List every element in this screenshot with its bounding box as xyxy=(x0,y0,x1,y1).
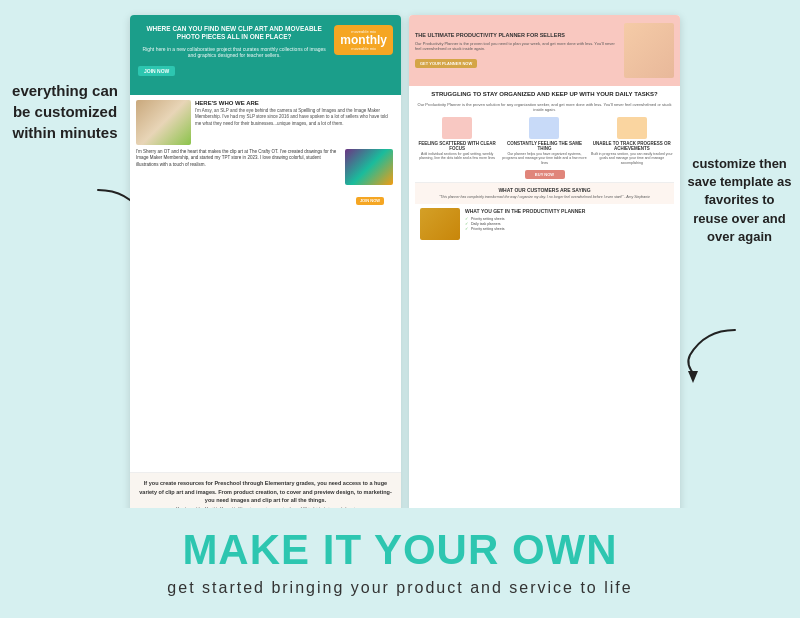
list-item-1: Priority setting sheets xyxy=(465,217,669,221)
email-right-mockup: THE ULTIMATE PRODUCTIVITY PLANNER FOR SE… xyxy=(409,15,680,518)
who-we-are-body: I'm Ansy, an SLP and the eye behind the … xyxy=(195,108,395,127)
feature-title-3: UNABLE TO TRACK PROGRESS OR ACHIEVEMENTS xyxy=(590,141,674,152)
monthly-text: I'm Sherry an OT and the heart that make… xyxy=(136,149,341,168)
stay-organized-subheading: Our Productivity Planner is the proven s… xyxy=(415,102,674,113)
feature-title-2: CONSTANTLY FEELING THE SAME THING xyxy=(502,141,586,152)
what-you-get-text: WHAT YOU GET IN THE PRODUCTIVITY PLANNER… xyxy=(465,208,669,232)
stay-organized-heading: STRUGGLING TO STAY ORGANIZED AND KEEP UP… xyxy=(415,91,674,99)
email-left-mockup: moveable mix monthly moveable mix WHERE … xyxy=(130,15,401,518)
feature-icon-3 xyxy=(617,117,647,139)
what-you-get-title: WHAT YOU GET IN THE PRODUCTIVITY PLANNER xyxy=(465,208,669,215)
who-we-are-text: HERE'S WHO WE ARE I'm Ansy, an SLP and t… xyxy=(195,100,395,145)
email-right-header: THE ULTIMATE PRODUCTIVITY PLANNER FOR SE… xyxy=(409,15,680,86)
what-you-get-section: WHAT YOU GET IN THE PRODUCTIVITY PLANNER… xyxy=(415,204,674,244)
right-annotation-text: customize then save template as favorite… xyxy=(687,156,791,244)
footer-main-text: If you create resources for Preschool th… xyxy=(138,479,393,504)
testimonial-title: WHAT OUR CUSTOMERS ARE SAYING xyxy=(420,187,669,193)
badge-big-label: monthly xyxy=(340,34,387,46)
monthly-col-left: I'm Sherry an OT and the heart that make… xyxy=(136,149,341,206)
email-mockups-container: moveable mix monthly moveable mix WHERE … xyxy=(130,15,680,518)
planner-header-image xyxy=(624,23,674,78)
what-you-get-list: Priority setting sheets Daily task plann… xyxy=(465,217,669,231)
list-item-3: Priority setting sheets xyxy=(465,227,669,231)
feature-text-3: Built in progress section, you can easil… xyxy=(590,152,674,166)
monthly-image xyxy=(345,149,393,185)
monthly-row: I'm Sherry an OT and the heart that make… xyxy=(136,149,395,206)
feature-item-2: CONSTANTLY FEELING THE SAME THING Our pl… xyxy=(502,117,586,165)
what-you-get-image xyxy=(420,208,460,240)
svg-marker-1 xyxy=(688,371,698,383)
email-left-header: moveable mix monthly moveable mix WHERE … xyxy=(130,15,401,95)
feature-item-3: UNABLE TO TRACK PROGRESS OR ACHIEVEMENTS… xyxy=(590,117,674,165)
email-right-body: STRUGGLING TO STAY ORGANIZED AND KEEP UP… xyxy=(409,86,680,518)
feature-text-2: Our planner helps you have organized sys… xyxy=(502,152,586,166)
right-annotation: customize then save template as favorite… xyxy=(687,155,792,246)
features-row: FEELING SCATTERED WITH CLEAR FOCUS Add i… xyxy=(415,117,674,165)
feature-item-1: FEELING SCATTERED WITH CLEAR FOCUS Add i… xyxy=(415,117,499,165)
sub-heading: get started bringing your product and se… xyxy=(167,579,632,597)
email-left-join-btn[interactable]: JOIN NOW xyxy=(138,66,175,76)
feature-text-1: Add individual sections for goal setting… xyxy=(415,152,499,161)
testimonial-section: WHAT OUR CUSTOMERS ARE SAYING "This plan… xyxy=(415,182,674,204)
email-left-body: HERE'S WHO WE ARE I'm Ansy, an SLP and t… xyxy=(130,95,401,472)
email-right-header-text: THE ULTIMATE PRODUCTIVITY PLANNER FOR SE… xyxy=(415,32,618,70)
planner-subtitle: Our Productivity Planner is the proven t… xyxy=(415,41,618,51)
who-we-are-heading: HERE'S WHO WE ARE xyxy=(195,100,395,106)
feature-title-1: FEELING SCATTERED WITH CLEAR FOCUS xyxy=(415,141,499,152)
planner-title: THE ULTIMATE PRODUCTIVITY PLANNER FOR SE… xyxy=(415,32,618,39)
bottom-section: MAKE IT YOUR OWN get started bringing yo… xyxy=(0,508,800,618)
feature-icon-2 xyxy=(529,117,559,139)
who-we-are-image xyxy=(136,100,191,145)
monthly-col-right: JOIN NOW xyxy=(345,149,395,206)
list-item-2: Daily task planners xyxy=(465,222,669,226)
testimonial-text: "This planner has completely transformed… xyxy=(420,195,669,200)
main-heading: MAKE IT YOUR OWN xyxy=(182,529,617,571)
left-annotation: everything can be customized within minu… xyxy=(10,80,120,143)
left-annotation-text: everything can be customized within minu… xyxy=(12,82,118,141)
feature-icon-1 xyxy=(442,117,472,139)
get-planner-btn[interactable]: GET YOUR PLANNER NOW xyxy=(415,59,477,68)
monthly-join-btn[interactable]: JOIN NOW xyxy=(356,197,384,205)
who-we-are-section: HERE'S WHO WE ARE I'm Ansy, an SLP and t… xyxy=(136,100,395,145)
buy-now-btn[interactable]: BUY NOW xyxy=(525,170,565,179)
right-arrow-icon xyxy=(680,325,745,380)
